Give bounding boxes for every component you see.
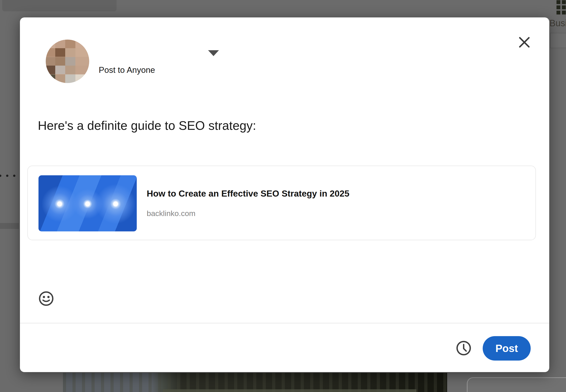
clock-icon xyxy=(455,340,472,356)
post-button[interactable]: Post xyxy=(483,336,531,361)
grid-9-dots-icon xyxy=(556,0,566,15)
close-icon xyxy=(518,36,531,49)
close-button[interactable] xyxy=(515,33,534,52)
screen: Busin Post to Anyone Here's a definite g… xyxy=(0,0,566,392)
create-post-modal: Post to Anyone Here's a definite guide t… xyxy=(20,17,549,372)
background-overflow-ellipsis xyxy=(0,175,15,177)
smiley-icon xyxy=(38,290,54,307)
schedule-button[interactable] xyxy=(454,339,473,358)
footer-divider xyxy=(20,323,549,323)
emoji-button[interactable] xyxy=(37,289,56,308)
background-right-rail-card xyxy=(550,33,566,48)
nav-item-for-business: Busin xyxy=(550,18,566,28)
link-preview-thumbnail xyxy=(39,175,137,231)
post-editor-text[interactable]: Here's a definite guide to SEO strategy: xyxy=(38,118,531,133)
link-preview-title: How to Create an Effective SEO Strategy … xyxy=(147,189,349,199)
author-audience-dropdown[interactable]: Post to Anyone xyxy=(98,44,225,76)
audience-label: Post to Anyone xyxy=(99,65,155,75)
link-preview-domain: backlinko.com xyxy=(147,209,195,218)
background-share-box xyxy=(2,0,116,11)
background-divider-band xyxy=(0,223,19,229)
link-preview-card[interactable]: How to Create an Effective SEO Strategy … xyxy=(27,166,536,240)
author-name-redacted xyxy=(98,46,202,61)
avatar xyxy=(46,40,89,83)
background-feed-photo xyxy=(63,373,447,392)
background-bottom-right-card xyxy=(467,377,566,392)
chevron-down-icon xyxy=(208,50,219,56)
